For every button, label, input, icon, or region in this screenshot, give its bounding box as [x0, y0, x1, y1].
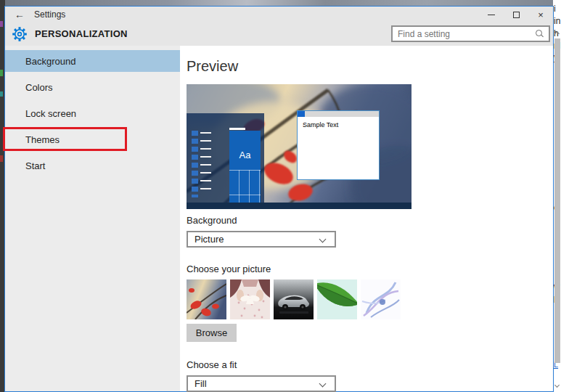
fit-value: Fill: [188, 378, 207, 389]
background-label: Background: [187, 215, 553, 226]
preview-menu-tiles: [192, 131, 198, 197]
preview-tile-label: Aa: [239, 150, 251, 160]
back-button[interactable]: ←: [5, 9, 34, 20]
picture-thumbnails: [187, 279, 553, 319]
sidebar-item-background[interactable]: Background: [5, 50, 180, 72]
thumbnail-silver-car[interactable]: [274, 279, 314, 319]
fit-dropdown[interactable]: Fill: [187, 375, 336, 392]
background-speck: [0, 91, 3, 97]
sidebar-item-start[interactable]: Start: [5, 155, 180, 176]
minimize-button[interactable]: [479, 7, 504, 23]
search-input[interactable]: [393, 29, 534, 39]
background-scrollbar: [554, 38, 560, 363]
preview-tile-dash: [229, 128, 245, 130]
sidebar: Background Colors Lock screen Themes Sta…: [5, 46, 180, 391]
thumbnail-floral-dress[interactable]: [230, 279, 270, 319]
caption-buttons: ×: [479, 7, 553, 23]
maximize-icon: [513, 12, 520, 18]
gear-icon: [12, 26, 28, 42]
window-body: Background Colors Lock screen Themes Sta…: [5, 46, 553, 391]
thumbnail-abstract-blue[interactable]: [361, 279, 401, 319]
preview-sample-text: Sample Text: [298, 117, 379, 128]
search-icon[interactable]: [534, 29, 544, 39]
preview-taskbar: [187, 203, 411, 209]
preview-menu-lines: [200, 132, 211, 196]
choose-picture-label: Choose your picture: [187, 264, 553, 274]
thumbnail-autumn-leaves[interactable]: [187, 279, 226, 319]
background-speck: [0, 155, 3, 162]
preview-window-accent-square: [298, 111, 305, 117]
background-speck: [0, 21, 3, 27]
sidebar-item-colors[interactable]: Colors: [5, 76, 180, 98]
page-title: PERSONALIZATION: [35, 28, 128, 39]
close-icon: ×: [538, 10, 544, 20]
browse-button[interactable]: Browse: [187, 324, 237, 342]
settings-window: ← Settings × PERSONAL: [4, 6, 554, 392]
preview-heading: Preview: [187, 59, 553, 73]
preview-accent-tile: Aa: [229, 131, 261, 203]
chevron-down-icon: [319, 236, 327, 243]
sidebar-item-themes[interactable]: Themes: [5, 128, 180, 150]
clipped-text: i: [554, 4, 556, 13]
thumbnail-green-leaf[interactable]: [317, 279, 357, 319]
preview-sample-window: Sample Text: [297, 110, 380, 180]
background-speck: [0, 70, 3, 76]
clipped-text: in: [554, 17, 560, 25]
screen: i in h nl yi e w h L ← Settings ×: [0, 0, 561, 392]
background-type-value: Picture: [188, 234, 224, 245]
window-title: Settings: [34, 9, 65, 20]
preview-window-titlebar: [298, 111, 379, 117]
minimize-icon: [488, 15, 495, 15]
background-type-dropdown[interactable]: Picture: [187, 231, 336, 248]
search-box: [391, 25, 550, 42]
sidebar-item-lock-screen[interactable]: Lock screen: [5, 102, 180, 124]
page-header: PERSONALIZATION: [5, 23, 553, 46]
choose-fit-label: Choose a fit: [187, 359, 553, 370]
maximize-button[interactable]: [504, 7, 528, 23]
close-button[interactable]: ×: [528, 7, 553, 23]
chevron-down-icon: [319, 380, 327, 388]
scroll-down-icon: [554, 383, 560, 388]
preview-tile-grid: [229, 170, 261, 203]
desktop-preview: Aa Sample Text: [187, 84, 411, 209]
main-content: Preview: [180, 46, 553, 391]
background-right-page: i in h nl yi e w h L: [553, 0, 561, 392]
titlebar: ← Settings ×: [5, 7, 553, 23]
